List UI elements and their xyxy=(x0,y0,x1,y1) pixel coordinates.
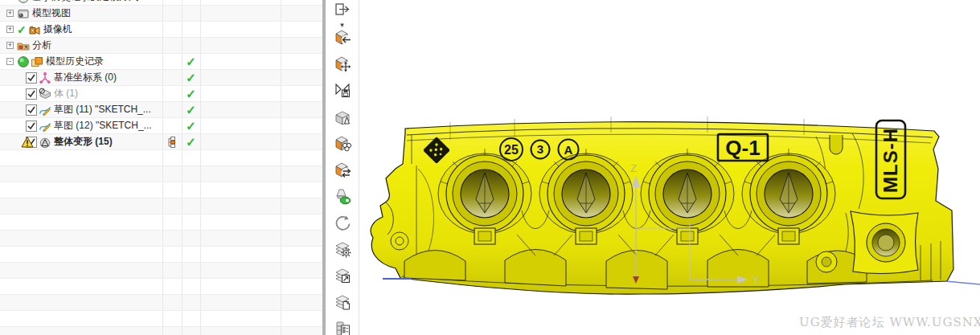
update-status-check-icon: ✓ xyxy=(182,71,200,85)
tree-row-model-history[interactable]: -模型历史记录✓ xyxy=(0,54,322,70)
tree-empty-row xyxy=(0,279,322,295)
tree-empty-area xyxy=(0,150,322,335)
tree-empty-row xyxy=(0,198,322,214)
feature-checkbox[interactable] xyxy=(24,71,38,84)
tree-item-label: 整体变形 (15) xyxy=(54,135,113,149)
feature-checkbox[interactable] xyxy=(24,136,38,149)
replace-component-icon xyxy=(333,161,352,182)
tree-row-body[interactable]: 体 (1)✓ xyxy=(0,86,322,102)
nx-application-window: 基于历史记录的建模方式+模型视图+✓摄像机+分析-模型历史记录✓基准坐标系 (0… xyxy=(0,0,980,335)
analysis-folder-icon xyxy=(17,39,30,52)
warning-icon xyxy=(21,136,34,151)
draft-analysis-button[interactable] xyxy=(332,108,353,128)
display-toggle-icon xyxy=(333,187,352,208)
column-divider xyxy=(200,0,201,335)
view-in-layer-icon xyxy=(333,267,352,288)
mirror-save-button[interactable] xyxy=(332,81,353,101)
y-axis-label: Y xyxy=(752,274,760,286)
expander-toggle[interactable]: + xyxy=(6,26,14,33)
z-axis-label: Z xyxy=(630,162,637,174)
graphics-viewport[interactable]: 25 3 A Q-1 MLS-H Z Y xyxy=(360,0,980,335)
sketch-icon xyxy=(39,120,51,133)
move-component-icon xyxy=(333,55,352,76)
layer-settings-icon xyxy=(333,240,352,261)
stamp-number-25: 25 xyxy=(504,143,519,157)
column-divider xyxy=(162,0,163,335)
expander-toggle[interactable]: + xyxy=(6,10,14,17)
mirror-save-icon xyxy=(333,81,352,102)
tree-item-label: 分析 xyxy=(32,39,51,52)
pattern-component-button[interactable] xyxy=(332,134,353,154)
draft-analysis-icon xyxy=(333,108,352,129)
cylinder-head-model[interactable]: 25 3 A Q-1 MLS-H Z Y xyxy=(360,0,980,335)
new-window-icon xyxy=(333,2,352,22)
history-squares-icon xyxy=(31,55,43,68)
tree-row-analysis[interactable]: +分析 xyxy=(0,38,322,54)
tree-empty-row xyxy=(0,295,322,311)
tree-row-sketch-11[interactable]: 草图 (11) "SKETCH_...✓ xyxy=(0,102,322,118)
update-status-check-icon: ✓ xyxy=(182,135,200,149)
expander-toggle[interactable]: + xyxy=(6,42,14,49)
update-model-button[interactable] xyxy=(332,214,353,234)
replace-component-button[interactable] xyxy=(332,161,353,181)
new-window-button[interactable]: ▾ xyxy=(332,2,353,22)
update-model-icon xyxy=(333,214,352,235)
column-divider xyxy=(281,0,281,335)
import-part-button[interactable] xyxy=(332,28,353,48)
tree-item-label: 模型视图 xyxy=(32,6,71,20)
move-to-layer-button[interactable] xyxy=(332,293,353,313)
view-in-layer-button[interactable] xyxy=(332,267,353,287)
datum-axis-line[interactable] xyxy=(945,281,980,284)
tree-empty-row xyxy=(0,231,322,247)
tree-item-label: 基于历史记录的建模方式 xyxy=(32,0,138,4)
body-icon xyxy=(39,88,51,100)
tree-item-label: 草图 (11) "SKETCH_... xyxy=(54,103,151,116)
stamp-number-3: 3 xyxy=(537,142,543,156)
feature-checkbox[interactable] xyxy=(24,120,38,133)
tree-row-model-views[interactable]: +模型视图 xyxy=(0,6,322,22)
graphics-toolbar: ▾ xyxy=(326,0,359,335)
layer-settings-button[interactable] xyxy=(332,240,353,260)
tree-empty-row xyxy=(0,263,322,279)
tree-empty-row xyxy=(0,214,322,231)
part-properties-button[interactable] xyxy=(332,320,353,335)
dropdown-caret-icon[interactable]: ▾ xyxy=(340,22,344,27)
pattern-component-icon xyxy=(333,134,352,155)
move-component-button[interactable] xyxy=(332,55,353,75)
tree-empty-row xyxy=(0,182,322,198)
tree-empty-row xyxy=(0,247,322,263)
camera-active-check-icon: ✓ xyxy=(17,23,27,36)
deform-icon xyxy=(39,136,51,149)
feature-checkbox[interactable] xyxy=(24,104,38,116)
expander-toggle[interactable]: - xyxy=(6,58,14,65)
tree-item-label: 草图 (12) "SKETCH_... xyxy=(54,119,152,133)
quality-stamp: Q-1 xyxy=(725,136,760,160)
tree-row-datum-csys[interactable]: 基准坐标系 (0)✓ xyxy=(0,70,322,86)
tree-item-label: 基准坐标系 (0) xyxy=(54,71,117,84)
tree-row-sketch-12[interactable]: 草图 (12) "SKETCH_...✓ xyxy=(0,118,322,134)
tree-empty-row xyxy=(0,311,322,327)
gasket-stamp: MLS-H xyxy=(880,128,901,193)
update-status-check-icon: ✓ xyxy=(182,55,200,69)
tree-item-label: 体 (1) xyxy=(54,87,78,100)
tree-empty-row xyxy=(0,327,322,335)
tree-indent xyxy=(6,0,14,1)
update-status-check-icon: ✓ xyxy=(182,103,200,117)
import-part-icon xyxy=(333,28,352,49)
tree-row-clipped-top[interactable]: 基于历史记录的建模方式 xyxy=(0,0,322,6)
tree-row-cameras[interactable]: +✓摄像机 xyxy=(0,22,322,38)
part-navigator-panel: 基于历史记录的建模方式+模型视图+✓摄像机+分析-模型历史记录✓基准坐标系 (0… xyxy=(0,0,322,335)
history-ball-icon xyxy=(17,55,30,68)
tree-item-label: 摄像机 xyxy=(43,22,72,36)
update-status-check-icon: ✓ xyxy=(182,119,200,133)
feature-checkbox[interactable] xyxy=(24,88,38,100)
stamp-letter-a: A xyxy=(564,143,573,157)
tree-empty-row xyxy=(0,150,322,166)
history-mode-icon xyxy=(17,0,30,4)
tree-row-global-deform[interactable]: 整体变形 (15)✓ xyxy=(0,134,322,150)
move-to-layer-icon xyxy=(333,293,352,314)
update-status-check-icon: ✓ xyxy=(182,87,200,101)
display-toggle-button[interactable] xyxy=(332,187,353,207)
sketch-icon xyxy=(39,104,51,116)
camera-icon xyxy=(28,23,41,36)
